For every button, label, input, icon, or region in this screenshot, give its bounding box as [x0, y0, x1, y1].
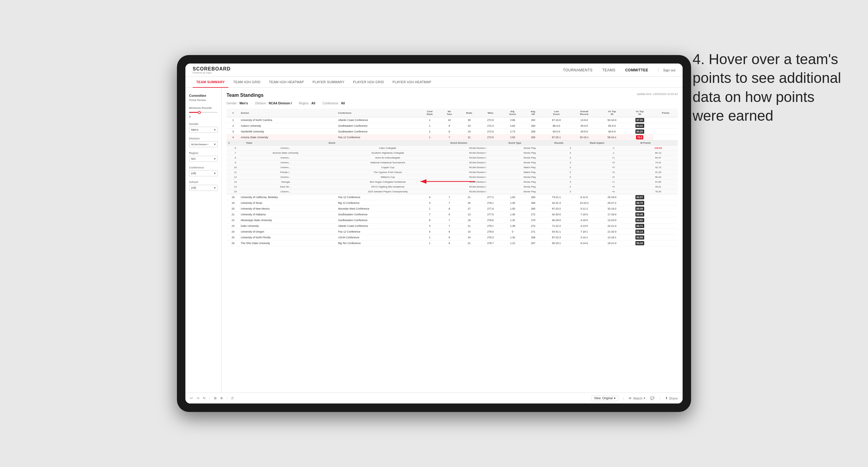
minimum-rounds-section: Minimum Rounds 3 — [189, 106, 218, 118]
gender-filter: Gender: Men's — [226, 102, 248, 105]
expanded-row-item: 13 Georgia Ben Hogan Collegiate Invitati… — [226, 180, 678, 185]
school-value: (All) — [191, 186, 196, 189]
conference-value: (All) — [191, 172, 196, 175]
sign-out-button[interactable]: Sign out — [658, 68, 675, 72]
conference-label: Conference — [189, 166, 218, 169]
app-logo: SCOREBOARD — [193, 66, 231, 71]
tab-player-summary[interactable]: PLAYER SUMMARY — [309, 77, 348, 88]
tab-player-h2h-heatmap[interactable]: PLAYER H2H HEATMAP — [389, 77, 435, 88]
gender-filter-value: Men's — [240, 102, 248, 105]
bottom-toolbar: ↩ ↪ ↻ | ⊞ ⊕ | ⏱ View: Original ▾ | 👁 Wat… — [185, 393, 683, 403]
chevron-down-icon-2: ▾ — [214, 143, 216, 146]
gender-value: Men's — [191, 128, 198, 131]
nav-committee[interactable]: COMMITTEE — [625, 68, 648, 72]
refresh-button[interactable]: ↻ — [203, 396, 206, 400]
expanded-row-item: 10 Univers... Copper Cup NCAA Division I… — [226, 165, 678, 170]
watch-button[interactable]: 👁 Watch ▾ — [628, 396, 645, 400]
minimum-rounds-label: Minimum Rounds — [189, 106, 218, 110]
expanded-row-item: 14 East Ter... OFCC Fighting Illini Invi… — [226, 185, 678, 189]
table-row: 21 University of Alabama Southeastern Co… — [226, 212, 678, 217]
col-adj-score: Adj.Score — [501, 108, 524, 117]
chevron-down-icon-3: ▾ — [214, 157, 216, 160]
tab-team-h2h-heatmap[interactable]: TEAM H2H HEATMAP — [265, 77, 308, 88]
redo-button[interactable]: ↪ — [196, 396, 199, 400]
school-select[interactable]: (All) ▾ — [189, 185, 218, 191]
chevron-down-icon-view: ▾ — [614, 397, 616, 400]
nav-links: TOURNAMENTS TEAMS COMMITTEE Sign out — [563, 68, 675, 72]
expanded-detail-row: # Team Event Event Division Event Type R… — [226, 141, 678, 194]
expanded-row-item: 11 Florida I... The Cypress Point Classi… — [226, 170, 678, 175]
points-badge-highlighted[interactable]: 78.5 — [636, 135, 644, 139]
col-points: Points — [654, 108, 678, 117]
exp-col-rounds: Rounds — [553, 141, 588, 146]
region-filter-label: Region: — [299, 102, 309, 105]
filter-row: Gender: Men's Division: NCAA Division I … — [226, 102, 678, 105]
region-value: N/A — [191, 157, 196, 160]
col-overall: OverallRecord — [570, 108, 598, 117]
points-badge[interactable]: 93.31 — [636, 124, 644, 128]
points-badge[interactable]: 68.48 — [636, 212, 644, 217]
undo-button[interactable]: ↩ — [190, 396, 193, 400]
settings-button[interactable]: ⊕ — [220, 396, 223, 400]
tablet-screen: SCOREBOARD Powered by clippi TOURNAMENTS… — [185, 64, 683, 403]
clock-button[interactable]: ⏱ — [231, 397, 234, 400]
expanded-header-row: # Team Event Event Division Event Type R… — [226, 141, 678, 146]
points-badge[interactable]: 63.89 — [636, 235, 644, 240]
points-badge[interactable]: 68.71 — [636, 224, 644, 228]
standings-title: Team Standings — [226, 93, 264, 98]
comment-button[interactable]: 💬 — [650, 396, 654, 400]
region-filter-value: All — [311, 102, 315, 105]
exp-col-event: Event — [327, 141, 449, 146]
points-badge[interactable]: 63.07 — [636, 195, 644, 199]
tab-team-h2h-grid[interactable]: TEAM H2H GRID — [229, 77, 264, 88]
conference-select[interactable]: (All) ▾ — [189, 170, 218, 176]
table-row: 18 University of California, Berkeley Pa… — [226, 194, 678, 200]
table-row: 19 University of Texas Big 12 Conference… — [226, 200, 678, 206]
chevron-down-icon-4: ▾ — [214, 172, 216, 175]
tab-player-h2h-grid[interactable]: PLAYER H2H GRID — [349, 77, 388, 88]
points-badge[interactable]: 90.20 — [636, 129, 644, 134]
col-conference: Conference — [337, 108, 420, 117]
exp-col-division: Event Division — [448, 141, 506, 146]
toolbar-right: View: Original ▾ | 👁 Watch ▾ 💬 | ⬆ Share — [591, 395, 678, 401]
copy-button[interactable]: ⊞ — [214, 396, 217, 400]
view-selector[interactable]: View: Original ▾ — [591, 395, 618, 401]
share-button[interactable]: ⬆ Share — [665, 396, 678, 400]
points-badge[interactable]: 63.81 — [636, 218, 644, 222]
division-select[interactable]: NCAA Division I ▾ — [189, 141, 218, 147]
nav-tournaments[interactable]: TOURNAMENTS — [563, 68, 592, 72]
table-row: 3 Vanderbilt University Southeastern Con… — [226, 129, 678, 134]
col-wins: Wins — [480, 108, 501, 117]
table-row: 1 University of North Carolina Atlantic … — [226, 117, 678, 123]
points-badge[interactable]: 59.34 — [636, 241, 644, 245]
table-header-row: # School Conference ConfRank NoTour Rnds… — [226, 108, 678, 117]
chevron-down-icon-5: ▾ — [214, 186, 216, 189]
points-badge[interactable]: 68.70 — [636, 201, 644, 205]
division-label: Division — [189, 137, 218, 140]
table-row-highlighted: 4 Arizona State University Pac-12 Confer… — [226, 134, 678, 141]
conference-filter-value: All — [341, 102, 345, 105]
points-badge[interactable]: 58.14 — [636, 229, 644, 234]
col-avg-sg: Avg.SG — [524, 108, 542, 117]
col-rnds: Rnds — [459, 108, 480, 117]
points-badge[interactable]: 97.02 — [636, 118, 644, 122]
conference-section: Conference (All) ▾ — [189, 166, 218, 176]
division-filter-label: Division: — [255, 102, 267, 105]
expanded-row-item: 6 Univers... Cabo Collegiate NCAA Divisi… — [226, 146, 678, 151]
gender-select[interactable]: Men's ▾ — [189, 127, 218, 133]
exp-col-team: Team — [244, 141, 327, 146]
division-section: Division NCAA Division I ▾ — [189, 137, 218, 147]
col-rank: # — [226, 108, 240, 117]
school-section: School (All) ▾ — [189, 181, 218, 191]
tab-team-summary[interactable]: TEAM SUMMARY — [193, 77, 228, 88]
division-filter: Division: NCAA Division I — [255, 102, 291, 105]
annotation-container: 4. Hover over a team's points to see add… — [692, 50, 850, 126]
region-label: Region — [189, 152, 218, 155]
app-logo-sub: Powered by clippi — [193, 72, 231, 74]
toolbar-left: ↩ ↪ ↻ | ⊞ ⊕ | ⏱ — [190, 396, 234, 400]
region-select[interactable]: N/A ▾ — [189, 156, 218, 162]
points-badge[interactable]: 68.49 — [636, 207, 644, 211]
minimum-rounds-slider[interactable] — [189, 112, 218, 113]
region-filter: Region: All — [299, 102, 315, 105]
nav-teams[interactable]: TEAMS — [602, 68, 616, 72]
